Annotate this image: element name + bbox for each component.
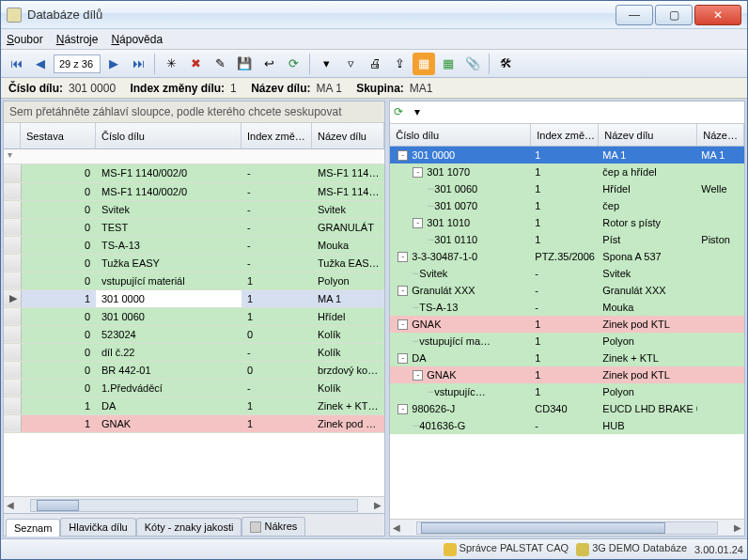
filter-row[interactable]: ▾ bbox=[4, 149, 384, 164]
maximize-button[interactable]: ▢ bbox=[655, 5, 693, 25]
edit-button[interactable]: ✎ bbox=[209, 53, 231, 75]
tcol-cislo[interactable]: Číslo dílu bbox=[390, 124, 531, 146]
table-row[interactable]: 0díl č.22-Kolík bbox=[4, 343, 384, 361]
group-hint[interactable]: Sem přetáhněte záhlaví sloupce, podle kt… bbox=[4, 101, 384, 123]
table-row[interactable]: 01.Předváděcí-Kolík bbox=[4, 379, 384, 397]
filter-button[interactable]: ▾ bbox=[315, 53, 337, 75]
row-indicator bbox=[4, 272, 21, 289]
table-row[interactable]: 1DA1Zinek + KT… bbox=[4, 397, 384, 414]
attachment-button[interactable]: 📎 bbox=[461, 53, 484, 75]
delete-button[interactable]: ✖ bbox=[184, 53, 207, 75]
print-button[interactable]: 🖨 bbox=[364, 53, 386, 75]
tree-row[interactable]: ┈ 401636-G-HUB bbox=[390, 417, 744, 434]
tree-refresh-icon[interactable]: ⟳ bbox=[394, 105, 409, 120]
tree-row[interactable]: ┈ 301 00701čep bbox=[390, 197, 744, 214]
tree-row[interactable]: ┈ 301 00601HřídelWelle bbox=[390, 180, 744, 197]
tree-row[interactable]: -301 10101Rotor s písty bbox=[390, 214, 744, 231]
undo-button[interactable]: ↩ bbox=[257, 53, 280, 75]
right-pane: ⟳ ▾ Číslo dílu Index změ… Název dílu Náz… bbox=[389, 101, 745, 537]
tree-row[interactable]: ┈ vstupujíc…1Polyon bbox=[390, 383, 744, 400]
table-row[interactable]: 1GNAK1Zinek pod … bbox=[4, 414, 384, 432]
tool-orange-button[interactable]: ▦ bbox=[413, 53, 435, 75]
table-row[interactable]: 0MS-F1 1140/002/0-MS-F1 114… bbox=[4, 164, 384, 182]
expand-toggle[interactable]: - bbox=[397, 353, 408, 364]
left-grid-body[interactable]: 0MS-F1 1140/002/0-MS-F1 114…0MS-F1 1140/… bbox=[4, 164, 384, 496]
expand-toggle[interactable]: - bbox=[397, 252, 408, 262]
tree-row[interactable]: ┈ vstupující ma…1Polyon bbox=[390, 333, 744, 350]
window-title: Databáze dílů bbox=[27, 8, 614, 22]
tree-row[interactable]: -GNAK1Zinek pod KTL bbox=[390, 316, 744, 333]
menu-help[interactable]: Nápověda bbox=[111, 33, 163, 46]
tree-row[interactable]: -DA1Zinek + KTL bbox=[390, 350, 744, 366]
nakres-icon bbox=[250, 521, 261, 533]
tree-row[interactable]: ┈ Svitek-Svitek bbox=[390, 265, 744, 282]
first-record-button[interactable]: ⏮ bbox=[5, 53, 27, 75]
expand-toggle[interactable]: - bbox=[397, 286, 408, 296]
config-button[interactable]: 🛠 bbox=[494, 53, 517, 75]
tab-nakres[interactable]: Nákres bbox=[242, 517, 305, 536]
table-row[interactable]: 0301 00601Hřídel bbox=[4, 307, 384, 325]
table-row[interactable]: 0MS-F1 1140/002/0-MS-F1 114… bbox=[4, 182, 384, 200]
col-nazev[interactable]: Název dílu bbox=[312, 123, 384, 148]
expand-toggle[interactable]: - bbox=[413, 370, 423, 381]
right-hscroll[interactable]: ◀ ▶ bbox=[390, 519, 744, 536]
table-row[interactable]: ▶1301 00001MA 1 bbox=[4, 289, 384, 307]
tcol-nazev[interactable]: Název dílu bbox=[599, 124, 697, 146]
row-indicator bbox=[4, 343, 21, 361]
filter2-button[interactable]: ▿ bbox=[339, 53, 362, 75]
tree-row[interactable]: -301 00001MA 1MA 1 bbox=[390, 147, 744, 163]
minimize-button[interactable]: — bbox=[616, 5, 653, 25]
db-icon bbox=[576, 543, 589, 556]
expand-toggle[interactable]: - bbox=[397, 404, 408, 414]
table-row[interactable]: 0vstupující materiál1Polyon bbox=[4, 272, 384, 289]
row-indicator bbox=[4, 379, 21, 397]
expand-toggle[interactable]: - bbox=[413, 167, 423, 178]
refresh-button[interactable]: ⟳ bbox=[282, 53, 304, 75]
tcol-index[interactable]: Index změ… bbox=[531, 124, 599, 146]
next-record-button[interactable]: ▶ bbox=[102, 53, 125, 75]
table-row[interactable]: 0Tužka EASY-Tužka EAS… bbox=[4, 254, 384, 272]
record-counter[interactable]: 29 z 36 bbox=[54, 54, 101, 73]
expand-toggle[interactable]: - bbox=[397, 150, 408, 161]
tree-row[interactable]: ┈ TS-A-13-Mouka bbox=[390, 299, 744, 316]
tree-body[interactable]: -301 00001MA 1MA 1-301 10701čep a hřídel… bbox=[390, 147, 744, 519]
table-row[interactable]: 05230240Kolík bbox=[4, 325, 384, 343]
expand-toggle[interactable]: - bbox=[413, 218, 423, 228]
table-row[interactable]: 0TS-A-13-Mouka bbox=[4, 236, 384, 254]
menu-tools[interactable]: Nástroje bbox=[56, 33, 99, 46]
tab-seznam[interactable]: Seznam bbox=[6, 519, 60, 537]
tab-hlavicka[interactable]: Hlavička dílu bbox=[60, 518, 135, 536]
tree-row[interactable]: -301 10701čep a hřídel bbox=[390, 163, 744, 180]
export-button[interactable]: ⇪ bbox=[388, 53, 411, 75]
col-index[interactable]: Index změ… bbox=[242, 123, 312, 148]
tcol-extra[interactable]: Náze… bbox=[697, 124, 744, 146]
expand-toggle[interactable]: - bbox=[397, 319, 408, 330]
last-record-button[interactable]: ⏭ bbox=[127, 53, 149, 75]
table-row[interactable]: 0Svitek-Svitek bbox=[4, 200, 384, 218]
col-cislo[interactable]: Číslo dílu bbox=[96, 123, 242, 148]
status-db: 3G DEMO Databáze bbox=[576, 542, 687, 555]
col-rowhead[interactable] bbox=[4, 123, 21, 148]
table-row[interactable]: 0TEST-GRANULÁT bbox=[4, 218, 384, 236]
tree-row[interactable]: -980626-JCD340EUCD LHD BRAKE 001 bbox=[390, 400, 744, 417]
tree-row[interactable]: -3-3-30487-1-0PTZ.35/2006Spona A 537 bbox=[390, 248, 744, 265]
tree-row[interactable]: -Granulát XXX-Granulát XXX bbox=[390, 282, 744, 299]
tab-koty[interactable]: Kóty - znaky jakosti bbox=[136, 518, 242, 536]
col-sestava[interactable]: Sestava bbox=[21, 123, 96, 148]
new-button[interactable]: ✳ bbox=[160, 53, 182, 75]
close-button[interactable]: ✕ bbox=[694, 5, 741, 25]
tree-row[interactable]: -GNAK1Zinek pod KTL bbox=[390, 366, 744, 383]
save-button[interactable]: 💾 bbox=[233, 53, 256, 75]
tool-green-button[interactable]: ▦ bbox=[437, 53, 460, 75]
row-indicator bbox=[4, 361, 21, 379]
status-version: 3.00.01.24 bbox=[694, 544, 743, 555]
left-hscroll[interactable]: ◀ ▶ bbox=[4, 496, 384, 513]
prev-record-button[interactable]: ◀ bbox=[29, 53, 52, 75]
menu-file[interactable]: Soubor bbox=[7, 33, 43, 46]
titlebar: Databáze dílů — ▢ ✕ bbox=[1, 1, 747, 29]
tree-expand-icon[interactable]: ▾ bbox=[414, 105, 429, 120]
row-indicator bbox=[4, 182, 21, 200]
tree-row[interactable]: ┈ 301 01101PístPiston bbox=[390, 231, 744, 248]
table-row[interactable]: 0BR 442-010brzdový ko… bbox=[4, 361, 384, 379]
tree-header: Číslo dílu Index změ… Název dílu Náze… bbox=[390, 124, 744, 147]
